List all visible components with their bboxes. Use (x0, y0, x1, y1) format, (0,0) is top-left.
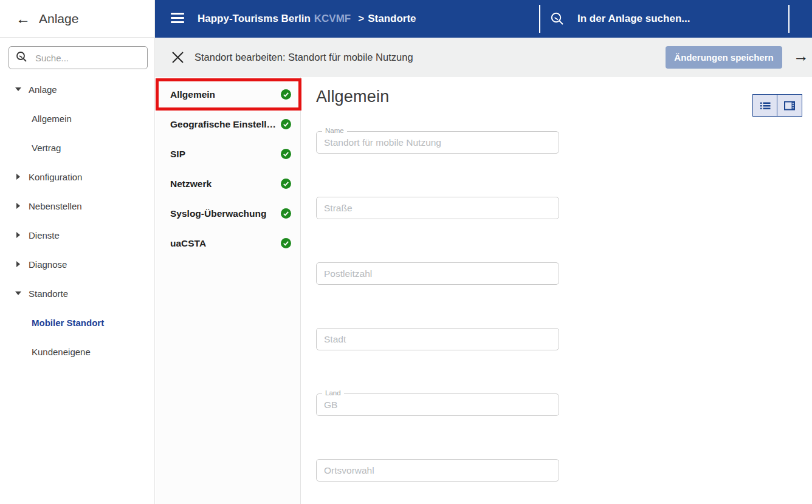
sidebar-item-dienste[interactable]: Dienste (0, 220, 154, 250)
field-postleitzahl (316, 262, 559, 285)
ortsvorwahl-input[interactable] (317, 460, 559, 481)
field-ortsvorwahl (316, 459, 559, 482)
breadcrumb: Happy-Tourisms Berlin KCVMF > Standorte (198, 0, 416, 38)
tab-label: uaCSTA (170, 238, 276, 249)
sidebar-item-label: Allgemein (32, 114, 72, 124)
sidebar-item-label: Kundeneigene (32, 347, 91, 357)
field-stadt (316, 328, 559, 350)
check-circle-icon (281, 208, 291, 219)
sidebar-item-anlage[interactable]: Anlage (0, 75, 154, 104)
name-input[interactable] (317, 132, 559, 153)
caret-right-icon[interactable] (15, 174, 22, 180)
sidebar-item-label: Standorte (29, 288, 68, 299)
sidebar-item-kundeneigene[interactable]: Kundeneigene (0, 337, 154, 366)
sidebar-header: ← Anlage (0, 0, 154, 38)
sidebar-item-mobiler-standort[interactable]: Mobiler Standort (0, 308, 154, 337)
check-circle-icon (281, 238, 291, 248)
tab-syslog-berwachung[interactable]: Syslog-Überwachung (156, 199, 300, 228)
sidebar-item-label: Anlage (29, 84, 57, 95)
caret-down-icon[interactable] (15, 291, 22, 295)
check-circle-icon (281, 89, 291, 100)
topbar-divider (539, 5, 540, 33)
field-label: Name (322, 127, 347, 135)
topbar-search (576, 0, 761, 38)
sidebar-item-label: Diagnose (29, 259, 67, 270)
sidebar-item-diagnose[interactable]: Diagnose (0, 250, 154, 279)
save-changes-button[interactable]: Änderungen speichern (666, 46, 782, 69)
close-icon[interactable] (171, 50, 185, 67)
check-circle-icon (281, 179, 291, 189)
check-circle-icon (281, 149, 291, 159)
sidebar-item-label: Konfiguration (29, 172, 82, 182)
tab-label: Geografische Einstellun… (170, 119, 276, 130)
caret-down-icon[interactable] (15, 87, 22, 91)
breadcrumb-tenant[interactable]: Happy-Tourisms Berlin (198, 13, 311, 25)
sidebar-item-label: Dienste (29, 230, 60, 240)
sidebar-search-box[interactable] (9, 46, 148, 69)
field-stra-e (316, 197, 559, 219)
field-name: Name (316, 131, 559, 154)
menu-icon[interactable] (171, 13, 184, 26)
sidebar-item-vertrag[interactable]: Vertrag (0, 133, 154, 162)
sidebar-nav: AnlageAllgemeinVertragKonfigurationNeben… (0, 75, 154, 366)
back-arrow-icon[interactable]: ← (16, 12, 30, 26)
sidebar-item-standorte[interactable]: Standorte (0, 279, 154, 308)
tab-allgemein[interactable]: Allgemein (156, 80, 300, 109)
panel-view-button[interactable] (777, 94, 802, 117)
tab-sip[interactable]: SIP (156, 139, 300, 169)
breadcrumb-code: KCVMF (314, 13, 351, 25)
tab-label: Netzwerk (170, 179, 276, 189)
sidebar-item-label: Vertrag (32, 143, 61, 153)
sidebar-item-label: Mobiler Standort (32, 318, 104, 328)
sidebar: ← Anlage AnlageAllgemeinVertragKonfigura… (0, 0, 155, 504)
form-fields: NameLand (316, 131, 559, 504)
view-toggle (752, 94, 802, 117)
tab-column: AllgemeinGeografische Einstellun…SIPNetz… (156, 77, 301, 504)
sidebar-item-nebenstellen[interactable]: Nebenstellen (0, 191, 154, 220)
sidebar-item-allgemein[interactable]: Allgemein (0, 104, 154, 133)
check-circle-icon (281, 119, 291, 129)
tab-geografische-einstellun-[interactable]: Geografische Einstellun… (156, 109, 300, 139)
stadt-input[interactable] (317, 329, 559, 350)
breadcrumb-section[interactable]: Standorte (368, 13, 416, 25)
tab-label: Allgemein (170, 89, 276, 100)
edit-bar: Standort bearbeiten: Standort für mobile… (155, 38, 812, 77)
topbar: Happy-Tourisms Berlin KCVMF > Standorte (155, 0, 812, 38)
caret-right-icon[interactable] (15, 203, 22, 209)
stra-e-input[interactable] (317, 197, 559, 219)
search-icon (16, 51, 27, 65)
list-view-button[interactable] (752, 94, 777, 117)
main-content: Allgemein NameLand (301, 77, 812, 504)
tab-uacsta[interactable]: uaCSTA (156, 228, 300, 258)
topbar-divider-right (788, 5, 790, 33)
topbar-search-icon (550, 12, 565, 29)
postleitzahl-input[interactable] (317, 263, 559, 284)
tab-label: SIP (170, 149, 276, 160)
land-input[interactable] (317, 394, 559, 415)
sidebar-item-konfiguration[interactable]: Konfiguration (0, 162, 154, 191)
sidebar-item-label: Nebenstellen (29, 201, 82, 211)
tab-netzwerk[interactable]: Netzwerk (156, 169, 300, 199)
caret-right-icon[interactable] (15, 232, 22, 238)
breadcrumb-separator: > (358, 13, 364, 25)
field-label: Land (322, 389, 344, 398)
field-land: Land (316, 393, 559, 416)
topbar-search-input[interactable] (576, 12, 761, 26)
sidebar-title: Anlage (39, 12, 78, 26)
next-arrow-icon[interactable]: → (793, 48, 809, 64)
tab-label: Syslog-Überwachung (170, 208, 276, 219)
sidebar-search-input[interactable] (34, 52, 134, 64)
page-title: Allgemein (316, 87, 389, 106)
caret-right-icon[interactable] (15, 261, 22, 267)
edit-title: Standort bearbeiten: Standort für mobile… (194, 38, 413, 77)
